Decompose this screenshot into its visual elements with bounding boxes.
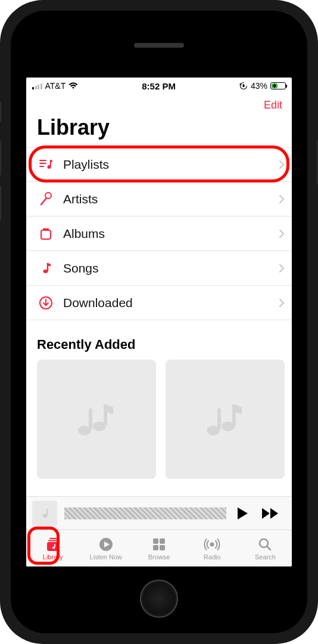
svg-rect-9: [43, 228, 49, 230]
svg-rect-22: [153, 538, 158, 544]
chevron-right-icon: [279, 229, 285, 239]
search-icon: [258, 537, 272, 552]
tab-label: Listen Now: [90, 553, 122, 561]
svg-rect-8: [41, 230, 51, 239]
play-circle-icon: [98, 537, 114, 552]
category-label: Downloaded: [63, 296, 279, 310]
svg-point-13: [78, 426, 91, 435]
mute-switch: [0, 101, 1, 122]
volume-up-button: [0, 140, 1, 176]
category-row-playlists[interactable]: Playlists: [26, 147, 292, 182]
signal-icon: [32, 82, 42, 89]
edit-button[interactable]: Edit: [264, 99, 282, 112]
svg-point-5: [48, 165, 51, 169]
recently-added-title: Recently Added: [26, 320, 292, 360]
clock-label: 8:52 PM: [142, 81, 176, 91]
home-button[interactable]: [140, 580, 178, 618]
music-note-icon: [37, 261, 55, 275]
svg-rect-23: [160, 538, 165, 544]
svg-point-10: [43, 270, 48, 273]
chevron-right-icon: [279, 194, 285, 204]
svg-rect-18: [48, 540, 58, 541]
category-label: Artists: [63, 192, 279, 206]
category-label: Playlists: [63, 157, 279, 172]
recently-added-row[interactable]: [26, 360, 292, 479]
svg-point-12: [93, 422, 106, 431]
speaker-grille: [134, 43, 184, 48]
tab-search[interactable]: Search: [239, 530, 292, 566]
svg-rect-1: [242, 85, 244, 88]
svg-rect-24: [153, 545, 158, 550]
tab-browse[interactable]: Browse: [132, 530, 185, 566]
phone-frame: AT&T 8:52 PM 43%: [0, 0, 318, 644]
chevron-right-icon: [279, 160, 285, 169]
tab-label: Library: [43, 553, 63, 561]
phone-bezel: AT&T 8:52 PM 43%: [11, 11, 307, 633]
tab-label: Browse: [148, 553, 170, 561]
orientation-lock-icon: [239, 82, 248, 90]
battery-fill: [272, 83, 278, 88]
screen: AT&T 8:52 PM 43%: [26, 78, 292, 566]
wifi-icon: [68, 82, 78, 89]
svg-rect-4: [39, 166, 44, 167]
status-bar: AT&T 8:52 PM 43%: [26, 78, 292, 94]
svg-point-26: [210, 542, 214, 546]
volume-down-button: [0, 185, 1, 221]
page-title: Library: [26, 114, 292, 147]
category-row-artists[interactable]: Artists: [26, 182, 292, 216]
chevron-right-icon: [279, 264, 285, 273]
tab-label: Radio: [204, 553, 221, 561]
carrier-label: AT&T: [45, 81, 66, 91]
now-playing-title-redacted: [64, 507, 226, 519]
download-icon: [37, 296, 55, 310]
tab-radio[interactable]: Radio: [186, 530, 239, 566]
tab-bar: Library Listen Now Browse: [26, 530, 292, 566]
svg-line-28: [267, 546, 270, 550]
now-playing-artwork: [32, 501, 57, 526]
svg-line-7: [41, 198, 46, 205]
svg-point-16: [43, 514, 48, 518]
category-row-downloaded[interactable]: Downloaded: [26, 286, 292, 320]
play-button[interactable]: [233, 504, 251, 523]
radio-icon: [204, 537, 220, 552]
category-row-songs[interactable]: Songs: [26, 251, 292, 286]
now-playing-bar[interactable]: [26, 496, 292, 530]
tab-listen-now[interactable]: Listen Now: [79, 530, 132, 566]
category-list: Playlists Artists: [26, 147, 292, 320]
category-label: Songs: [63, 261, 279, 275]
album-icon: [37, 227, 55, 240]
svg-rect-19: [47, 542, 59, 551]
library-tab-icon: [45, 537, 61, 552]
nav-header: Edit: [26, 94, 292, 114]
category-row-albums[interactable]: Albums: [26, 216, 292, 251]
playlist-icon: [37, 158, 55, 171]
microphone-icon: [37, 192, 55, 206]
svg-rect-3: [39, 163, 46, 164]
chevron-right-icon: [279, 298, 285, 308]
fast-forward-button[interactable]: [258, 504, 282, 522]
album-tile[interactable]: [166, 360, 285, 479]
tab-library[interactable]: Library: [26, 530, 79, 566]
svg-point-20: [52, 546, 55, 549]
svg-point-15: [207, 426, 220, 435]
battery-pct-label: 43%: [251, 81, 267, 91]
album-tile[interactable]: [37, 360, 156, 479]
battery-icon: [270, 82, 286, 89]
tab-label: Search: [255, 553, 276, 561]
svg-rect-17: [49, 538, 57, 539]
grid-icon: [152, 537, 166, 552]
svg-rect-2: [39, 160, 46, 161]
svg-point-14: [222, 422, 235, 431]
category-label: Albums: [63, 227, 279, 241]
svg-rect-25: [160, 545, 165, 550]
